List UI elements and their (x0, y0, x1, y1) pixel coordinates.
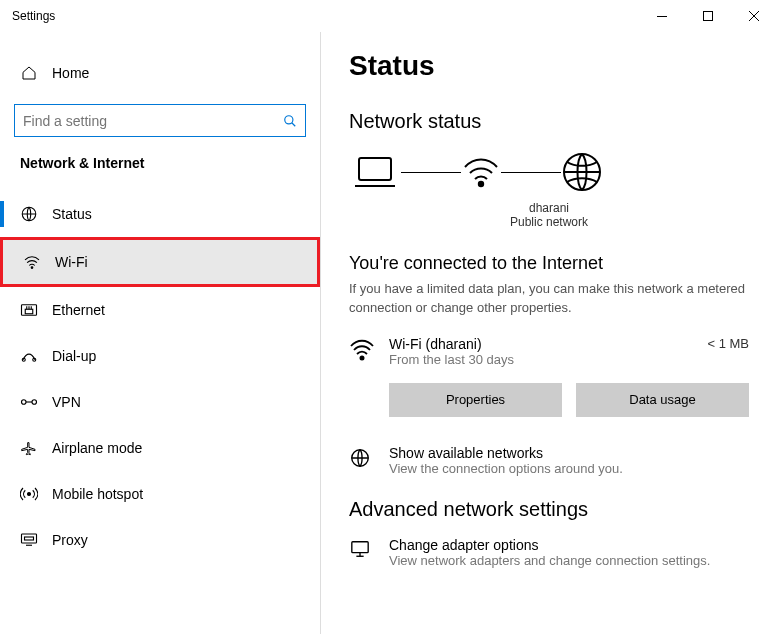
sidebar-item-wifi[interactable]: Wi-Fi (0, 237, 320, 287)
adapter-sub: View network adapters and change connect… (389, 553, 710, 568)
sidebar-item-ethernet[interactable]: Ethernet (0, 287, 320, 333)
advanced-heading: Advanced network settings (349, 498, 749, 521)
sidebar-item-label: Wi-Fi (55, 254, 88, 270)
window-controls (639, 0, 777, 32)
adapter-icon (349, 537, 373, 559)
section-heading: Network & Internet (0, 155, 320, 171)
vpn-icon (20, 395, 38, 409)
maximize-button[interactable] (685, 0, 731, 32)
sidebar-item-vpn[interactable]: VPN (0, 379, 320, 425)
sidebar-item-label: VPN (52, 394, 81, 410)
main-panel: Status Network status dharani Public net… (320, 32, 777, 634)
properties-button[interactable]: Properties (389, 383, 562, 417)
sidebar-item-proxy[interactable]: Proxy (0, 517, 320, 563)
sidebar-item-hotspot[interactable]: Mobile hotspot (0, 471, 320, 517)
sidebar-item-label: Mobile hotspot (52, 486, 143, 502)
titlebar: Settings (0, 0, 777, 32)
svg-rect-27 (352, 541, 368, 552)
network-status-heading: Network status (349, 110, 749, 133)
home-icon (20, 65, 38, 81)
page-title: Status (349, 50, 749, 82)
status-icon (20, 205, 38, 223)
sidebar-item-dialup[interactable]: Dial-up (0, 333, 320, 379)
diagram-ssid: dharani (349, 201, 749, 215)
airplane-icon (20, 440, 38, 456)
adapter-title: Change adapter options (389, 537, 710, 553)
sidebar-item-status[interactable]: Status (0, 191, 320, 237)
laptop-icon (349, 152, 401, 192)
svg-point-7 (31, 267, 33, 269)
wifi-diagram-icon (461, 155, 501, 189)
svg-rect-20 (25, 537, 34, 540)
connection-sub: From the last 30 days (389, 352, 691, 367)
svg-point-15 (22, 400, 27, 405)
show-networks-sub: View the connection options around you. (389, 461, 623, 476)
svg-point-14 (33, 358, 36, 361)
change-adapter-link[interactable]: Change adapter options View network adap… (349, 537, 749, 568)
search-input[interactable] (23, 113, 283, 129)
sidebar-item-label: Ethernet (52, 302, 105, 318)
svg-rect-1 (704, 12, 713, 21)
globe-icon (561, 151, 603, 193)
svg-point-4 (285, 115, 293, 123)
svg-point-23 (479, 182, 483, 186)
home-nav[interactable]: Home (0, 54, 320, 92)
sidebar: Home Network & Internet Status Wi-Fi E (0, 32, 320, 634)
svg-rect-22 (359, 158, 391, 180)
ethernet-icon (20, 303, 38, 317)
svg-rect-9 (25, 309, 33, 314)
wifi-icon (23, 255, 41, 269)
svg-point-25 (360, 356, 363, 359)
svg-line-5 (292, 122, 296, 126)
show-networks-title: Show available networks (389, 445, 623, 461)
diagram-labels: dharani Public network (349, 201, 749, 229)
close-button[interactable] (731, 0, 777, 32)
svg-point-16 (32, 400, 37, 405)
svg-rect-19 (22, 534, 37, 543)
globe-small-icon (349, 445, 373, 469)
sidebar-item-label: Proxy (52, 532, 88, 548)
search-input-container[interactable] (14, 104, 306, 137)
show-networks-link[interactable]: Show available networks View the connect… (349, 445, 749, 476)
wifi-signal-icon (349, 336, 373, 361)
window-title: Settings (12, 9, 55, 23)
sidebar-item-label: Status (52, 206, 92, 222)
minimize-button[interactable] (639, 0, 685, 32)
connected-title: You're connected to the Internet (349, 253, 749, 274)
data-usage-button[interactable]: Data usage (576, 383, 749, 417)
svg-point-18 (28, 493, 31, 496)
sidebar-item-airplane[interactable]: Airplane mode (0, 425, 320, 471)
connected-desc: If you have a limited data plan, you can… (349, 280, 749, 318)
search-icon (283, 114, 297, 128)
proxy-icon (20, 532, 38, 548)
sidebar-item-label: Airplane mode (52, 440, 142, 456)
svg-point-13 (22, 358, 25, 361)
network-diagram (349, 151, 749, 193)
home-label: Home (52, 65, 89, 81)
sidebar-item-label: Dial-up (52, 348, 96, 364)
hotspot-icon (20, 486, 38, 502)
connection-row: Wi-Fi (dharani) From the last 30 days < … (349, 336, 749, 367)
dialup-icon (20, 349, 38, 363)
diagram-network-type: Public network (349, 215, 749, 229)
connection-name: Wi-Fi (dharani) (389, 336, 691, 352)
connection-usage: < 1 MB (707, 336, 749, 351)
